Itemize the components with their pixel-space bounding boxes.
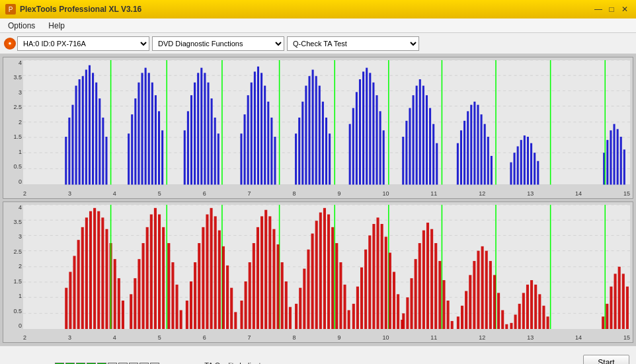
svg-rect-14 xyxy=(82,76,84,184)
x-label: 3 xyxy=(68,190,71,197)
svg-rect-32 xyxy=(158,111,160,184)
svg-rect-191 xyxy=(289,307,292,329)
svg-rect-21 xyxy=(105,137,107,185)
y-label-15b: 1.5 xyxy=(5,279,22,285)
bottom-chart-y-axis: 0 0.5 1 1.5 2 2.5 3 3.5 4 xyxy=(3,205,23,330)
svg-rect-137 xyxy=(77,240,80,329)
svg-rect-210 xyxy=(364,249,367,329)
svg-rect-105 xyxy=(491,156,493,185)
svg-rect-184 xyxy=(264,209,267,329)
svg-rect-114 xyxy=(534,153,536,184)
svg-rect-153 xyxy=(142,243,145,330)
svg-rect-179 xyxy=(245,281,247,330)
svg-rect-39 xyxy=(197,73,199,184)
x-label-b: 4 xyxy=(113,334,116,341)
svg-rect-250 xyxy=(514,314,517,329)
svg-rect-180 xyxy=(249,262,251,330)
svg-rect-170 xyxy=(210,207,213,329)
x-label-b: 12 xyxy=(479,334,485,341)
x-label-b: 15 xyxy=(623,334,630,341)
close-button[interactable]: ✕ xyxy=(619,3,631,15)
top-chart-x-axis: 2 3 4 5 6 7 8 9 10 11 12 13 14 15 xyxy=(23,190,630,197)
svg-rect-151 xyxy=(134,278,136,329)
svg-rect-254 xyxy=(530,280,533,329)
svg-rect-79 xyxy=(376,95,378,184)
svg-rect-227 xyxy=(426,223,429,329)
y-label-4b: 4 xyxy=(5,205,22,211)
charts-wrapper: 0 0.5 1 1.5 2 2.5 3 3.5 4 xyxy=(3,57,633,343)
svg-rect-240 xyxy=(477,250,479,329)
svg-rect-93 xyxy=(436,143,438,185)
svg-rect-110 xyxy=(520,140,522,185)
start-button[interactable]: Start xyxy=(583,355,629,365)
y-label-4: 4 xyxy=(5,60,22,66)
y-label-15: 1.5 xyxy=(5,134,22,140)
svg-rect-195 xyxy=(307,249,309,329)
menu-help[interactable]: Help xyxy=(43,20,70,32)
svg-rect-91 xyxy=(429,108,431,185)
title-bar: P PlexTools Professional XL V3.16 — □ ✕ xyxy=(0,0,636,18)
x-label-b: 13 xyxy=(527,334,534,341)
y-label-35: 3.5 xyxy=(5,75,22,81)
svg-rect-97 xyxy=(463,121,465,185)
x-label-b: 5 xyxy=(158,334,161,341)
svg-rect-140 xyxy=(89,211,92,329)
x-label-b: 11 xyxy=(430,334,437,341)
svg-rect-81 xyxy=(383,130,385,184)
svg-rect-259 xyxy=(547,316,549,329)
top-chart: 0 0.5 1 1.5 2 2.5 3 3.5 4 xyxy=(3,57,633,199)
svg-rect-100 xyxy=(473,102,475,185)
svg-rect-237 xyxy=(465,291,467,329)
svg-rect-212 xyxy=(372,224,375,330)
svg-rect-223 xyxy=(410,278,413,329)
ta-quality-section: TA Quality Indicator: Good xyxy=(204,361,269,365)
svg-rect-72 xyxy=(352,108,354,185)
svg-rect-230 xyxy=(434,243,437,330)
svg-rect-19 xyxy=(99,98,100,185)
x-label: 5 xyxy=(158,190,161,197)
svg-rect-203 xyxy=(335,243,338,330)
maximize-button[interactable]: □ xyxy=(606,3,617,15)
title-controls: — □ ✕ xyxy=(592,3,631,15)
drive-select[interactable]: HA:0 ID:0 PX-716A xyxy=(17,36,149,51)
svg-rect-73 xyxy=(356,92,358,184)
bottom-chart-svg xyxy=(23,205,630,330)
svg-rect-266 xyxy=(622,273,625,329)
svg-rect-31 xyxy=(155,95,157,184)
svg-rect-263 xyxy=(610,286,612,329)
svg-rect-107 xyxy=(510,163,512,185)
svg-rect-205 xyxy=(344,284,346,329)
svg-rect-12 xyxy=(75,86,77,185)
svg-rect-164 xyxy=(186,301,188,330)
svg-rect-86 xyxy=(413,95,415,184)
svg-rect-157 xyxy=(158,214,161,329)
svg-rect-149 xyxy=(122,301,124,330)
window-title: PlexTools Professional XL V3.16 xyxy=(20,5,141,14)
bottom-panel: Jitter: 4 Peak Shift: xyxy=(0,346,636,364)
svg-rect-41 xyxy=(204,73,206,184)
main-content: 0 0.5 1 1.5 2 2.5 3 3.5 4 xyxy=(0,54,636,346)
svg-rect-44 xyxy=(214,118,216,185)
svg-rect-177 xyxy=(234,312,237,329)
svg-rect-84 xyxy=(405,121,407,185)
svg-rect-238 xyxy=(469,275,471,329)
bottom-chart-x-axis: 2 3 4 5 6 7 8 9 10 11 12 13 14 15 xyxy=(23,334,630,341)
x-label: 6 xyxy=(203,190,206,197)
y-label-0b: 0 xyxy=(5,323,22,329)
x-label: 11 xyxy=(430,190,437,197)
svg-rect-52 xyxy=(257,67,259,185)
x-label-b: 2 xyxy=(23,334,26,341)
x-label: 10 xyxy=(382,190,389,197)
menu-options[interactable]: Options xyxy=(3,20,40,32)
svg-rect-92 xyxy=(432,124,434,185)
app-icon: P xyxy=(5,4,16,15)
y-label-1b: 1 xyxy=(5,293,22,299)
svg-rect-255 xyxy=(534,284,537,329)
y-label-25b: 2.5 xyxy=(5,249,22,255)
minimize-button[interactable]: — xyxy=(592,3,604,15)
svg-rect-194 xyxy=(303,268,305,329)
svg-rect-211 xyxy=(368,235,371,329)
function-select[interactable]: DVD Diagnostic Functions xyxy=(152,36,284,51)
x-label-b: 8 xyxy=(293,334,296,341)
test-select[interactable]: Q-Check TA Test xyxy=(287,36,419,51)
